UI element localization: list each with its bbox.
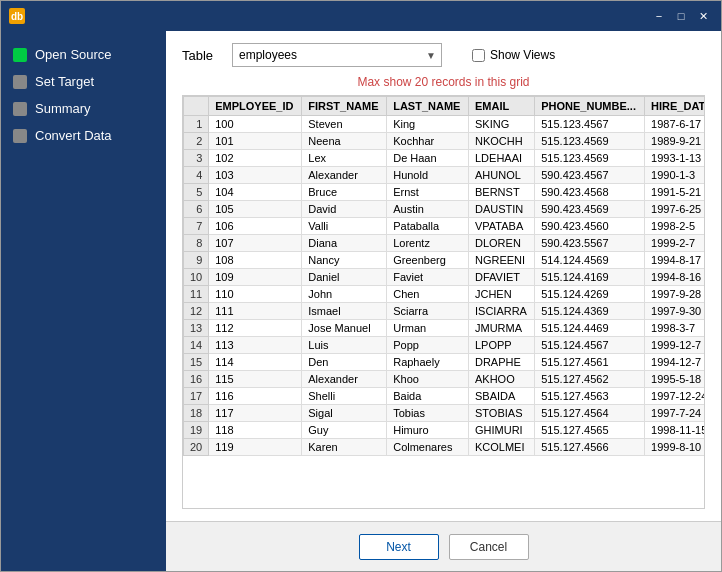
cell: 590.423.4569 — [535, 201, 645, 218]
table-selector-row: Table employees ▼ Show Views — [182, 43, 705, 67]
cell: 1998-3-7 — [645, 320, 705, 337]
show-views-container: Show Views — [472, 48, 555, 62]
sidebar-item-open-source[interactable]: Open Source — [1, 41, 166, 68]
cell: 112 — [209, 320, 302, 337]
cell: Tobias — [387, 405, 469, 422]
cell: 116 — [209, 388, 302, 405]
cell: Shelli — [302, 388, 387, 405]
cell: 1994-8-16 — [645, 269, 705, 286]
cell: Ernst — [387, 184, 469, 201]
cell: 1991-5-21 — [645, 184, 705, 201]
cell: 119 — [209, 439, 302, 456]
cell: Valli — [302, 218, 387, 235]
cell: 1997-9-28 — [645, 286, 705, 303]
cell: 514.124.4569 — [535, 252, 645, 269]
cell: 1997-7-24 — [645, 405, 705, 422]
header-rownum — [184, 97, 209, 116]
cell: Urman — [387, 320, 469, 337]
sidebar-item-summary[interactable]: Summary — [1, 95, 166, 122]
row-number: 9 — [184, 252, 209, 269]
maximize-button[interactable]: □ — [671, 7, 691, 25]
show-views-label[interactable]: Show Views — [490, 48, 555, 62]
cell: 108 — [209, 252, 302, 269]
cell: Chen — [387, 286, 469, 303]
cell: Jose Manuel — [302, 320, 387, 337]
cell: 515.127.4566 — [535, 439, 645, 456]
convert-data-label: Convert Data — [35, 128, 112, 143]
cell: Ismael — [302, 303, 387, 320]
cell: DFAVIET — [468, 269, 534, 286]
cell: Den — [302, 354, 387, 371]
cell: 114 — [209, 354, 302, 371]
table-row: 13112Jose ManuelUrmanJMURMA515.124.44691… — [184, 320, 706, 337]
cell: Kochhar — [387, 133, 469, 150]
cell: JMURMA — [468, 320, 534, 337]
cell: David — [302, 201, 387, 218]
cell: Neena — [302, 133, 387, 150]
row-number: 6 — [184, 201, 209, 218]
table-row: 11110JohnChenJCHEN515.124.42691997-9-28F… — [184, 286, 706, 303]
cell: 105 — [209, 201, 302, 218]
row-number: 3 — [184, 150, 209, 167]
main-window: db − □ ✕ Open Source Set Target Summary — [0, 0, 722, 572]
row-number: 11 — [184, 286, 209, 303]
cell: John — [302, 286, 387, 303]
row-number: 18 — [184, 405, 209, 422]
cell: Pataballa — [387, 218, 469, 235]
cell: 515.127.4561 — [535, 354, 645, 371]
row-number: 20 — [184, 439, 209, 456]
header-last-name: LAST_NAME — [387, 97, 469, 116]
cell: 1993-1-13 — [645, 150, 705, 167]
cell: DLOREN — [468, 235, 534, 252]
cell: 1999-12-7 — [645, 337, 705, 354]
cancel-button[interactable]: Cancel — [449, 534, 529, 560]
cell: 100 — [209, 116, 302, 133]
table-row: 10109DanielFavietDFAVIET515.124.41691994… — [184, 269, 706, 286]
cell: Lorentz — [387, 235, 469, 252]
table-row: 5104BruceErnstBERNST590.423.45681991-5-2… — [184, 184, 706, 201]
cell: 515.127.4564 — [535, 405, 645, 422]
cell: 1990-1-3 — [645, 167, 705, 184]
minimize-button[interactable]: − — [649, 7, 669, 25]
cell: 515.127.4562 — [535, 371, 645, 388]
cell: 1997-12-24 — [645, 388, 705, 405]
cell: 113 — [209, 337, 302, 354]
cell: 107 — [209, 235, 302, 252]
sidebar-item-set-target[interactable]: Set Target — [1, 68, 166, 95]
main-panel: Table employees ▼ Show Views Max show 20… — [166, 31, 721, 571]
open-source-indicator — [13, 48, 27, 62]
set-target-label: Set Target — [35, 74, 94, 89]
table-row: 4103AlexanderHunoldAHUNOL590.423.4567199… — [184, 167, 706, 184]
cell: 104 — [209, 184, 302, 201]
cell: SBAIDA — [468, 388, 534, 405]
cell: 515.123.4569 — [535, 133, 645, 150]
table-select[interactable]: employees — [232, 43, 442, 67]
cell: Greenberg — [387, 252, 469, 269]
cell: 103 — [209, 167, 302, 184]
cell: NKOCHH — [468, 133, 534, 150]
show-views-checkbox[interactable] — [472, 49, 485, 62]
table-row: 14113LuisPoppLPOPP515.124.45671999-12-7F… — [184, 337, 706, 354]
cell: DAUSTIN — [468, 201, 534, 218]
data-grid[interactable]: EMPLOYEE_ID FIRST_NAME LAST_NAME EMAIL P… — [182, 95, 705, 509]
cell: 515.124.4269 — [535, 286, 645, 303]
row-number: 12 — [184, 303, 209, 320]
cell: 515.124.4169 — [535, 269, 645, 286]
cell: Himuro — [387, 422, 469, 439]
cell: 515.124.4369 — [535, 303, 645, 320]
cell: 590.423.4560 — [535, 218, 645, 235]
cell: 1995-5-18 — [645, 371, 705, 388]
cell: 106 — [209, 218, 302, 235]
close-button[interactable]: ✕ — [693, 7, 713, 25]
main-content: Table employees ▼ Show Views Max show 20… — [166, 31, 721, 521]
table-row: 18117SigalTobiasSTOBIAS515.127.45641997-… — [184, 405, 706, 422]
table-row: 2101NeenaKochharNKOCHH515.123.45691989-9… — [184, 133, 706, 150]
next-button[interactable]: Next — [359, 534, 439, 560]
cell: Austin — [387, 201, 469, 218]
convert-data-indicator — [13, 129, 27, 143]
summary-label: Summary — [35, 101, 91, 116]
header-phone-number: PHONE_NUMBE... — [535, 97, 645, 116]
table-row: 3102LexDe HaanLDEHAAI515.123.45691993-1-… — [184, 150, 706, 167]
table-row: 7106ValliPataballaVPATABA590.423.4560199… — [184, 218, 706, 235]
sidebar-item-convert-data[interactable]: Convert Data — [1, 122, 166, 149]
